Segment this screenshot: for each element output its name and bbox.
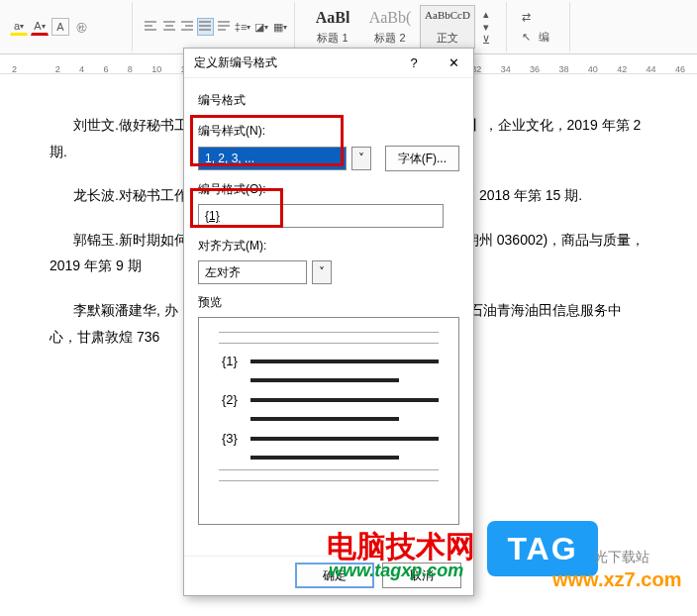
label-number-style: 编号样式(N): — [198, 123, 459, 140]
align-right-icon[interactable] — [179, 18, 195, 36]
highlight-icon[interactable]: a▾ — [10, 18, 28, 36]
style-normal[interactable]: AaBbCcD 正文 — [420, 5, 475, 49]
styles-group: AaBl 标题 1 AaBb( 标题 2 AaBbCcD 正文 ▴ ▾ ⊻ — [299, 2, 507, 51]
select-icon[interactable]: ↖ — [517, 28, 535, 46]
dialog-titlebar: 定义新编号格式 ? ✕ — [184, 49, 473, 78]
watermark-site: www.xz7.com — [552, 568, 681, 591]
dialog-title: 定义新编号格式 — [194, 54, 277, 71]
replace-icon[interactable]: ⇄ — [517, 8, 535, 26]
style-more-icon[interactable]: ⊻ — [477, 34, 495, 46]
font-color-icon[interactable]: A▾ — [31, 18, 49, 36]
pv-num: {3} — [219, 431, 241, 446]
line-spacing-icon[interactable]: ‡≡▾ — [234, 18, 251, 36]
label-number-format: 编号格式(O): — [198, 181, 459, 198]
align-justify-icon[interactable] — [197, 18, 213, 36]
style-heading2[interactable]: AaBb( 标题 2 — [362, 5, 418, 49]
align-dropdown[interactable]: ˅ — [312, 260, 332, 284]
paragraph-group: ‡≡▾ ◪▾ ▦▾ — [137, 2, 295, 51]
section-number-format: 编号格式 — [198, 92, 459, 109]
ribbon: a▾ A▾ A ㊓ ‡≡▾ ◪▾ ▦▾ — [0, 0, 697, 54]
style-heading1[interactable]: AaBl 标题 1 — [305, 5, 360, 49]
chevron-down-icon: ˅ — [319, 265, 325, 279]
style-down-icon[interactable]: ▾ — [477, 21, 495, 33]
align-distribute-icon[interactable] — [216, 18, 232, 36]
number-format-value: {1} — [205, 209, 220, 223]
help-button[interactable]: ? — [394, 55, 434, 70]
number-format-input[interactable]: {1} — [198, 204, 444, 228]
pv-num: {1} — [219, 354, 241, 368]
font-group: a▾ A▾ A ㊓ — [4, 2, 133, 51]
borders-icon[interactable]: ▦▾ — [272, 18, 288, 36]
font-button[interactable]: 字体(F)... — [385, 146, 459, 171]
char-shading-icon[interactable]: A — [51, 18, 69, 36]
label-preview: 预览 — [198, 294, 459, 311]
close-button[interactable]: ✕ — [434, 55, 473, 70]
chevron-down-icon: ˅ — [358, 152, 364, 165]
number-style-dropdown[interactable]: ˅ — [351, 147, 371, 170]
editing-label: 编 — [539, 30, 549, 45]
shading-icon[interactable]: ◪▾ — [253, 18, 269, 36]
align-combo[interactable]: 左对齐 — [198, 260, 307, 284]
number-style-combo[interactable]: 1, 2, 3, ... — [198, 147, 347, 170]
preview-box: {1} {2} {3} — [198, 317, 459, 525]
align-left-icon[interactable] — [143, 18, 158, 36]
editing-group: ⇄ ↖ 编 — [511, 2, 570, 51]
pv-num: {2} — [219, 392, 241, 407]
align-value: 左对齐 — [205, 264, 241, 281]
define-number-format-dialog: 定义新编号格式 ? ✕ 编号格式 编号样式(N): 1, 2, 3, ... ˅… — [183, 48, 474, 596]
style-up-icon[interactable]: ▴ — [477, 8, 495, 20]
watermark-url: www.tagxp.com — [329, 561, 463, 581]
enclose-char-icon[interactable]: ㊓ — [72, 18, 90, 36]
number-style-value: 1, 2, 3, ... — [205, 152, 254, 165]
watermark-logo-text: 光下载站 — [594, 549, 649, 566]
align-center-icon[interactable] — [160, 18, 176, 36]
label-align: 对齐方式(M): — [198, 238, 459, 255]
